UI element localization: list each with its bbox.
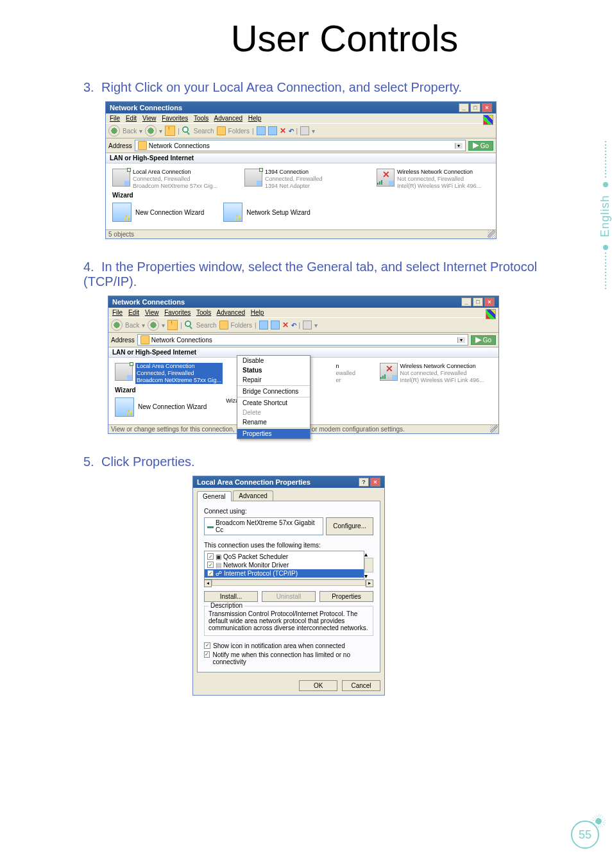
search-label: Search (196, 322, 217, 329)
menu-file[interactable]: File (110, 115, 120, 122)
conn-local[interactable]: Local Area ConnectionConnected, Firewall… (112, 169, 225, 189)
menu-view[interactable]: View (145, 309, 159, 316)
ctx-bridge[interactable]: Bridge Connections (237, 387, 310, 396)
forward-icon[interactable] (148, 319, 159, 331)
ok-button[interactable]: OK (299, 680, 337, 691)
move-icon[interactable] (257, 126, 266, 135)
go-button[interactable]: Go (471, 335, 496, 345)
delete-icon[interactable]: ✕ (282, 321, 289, 330)
install-button[interactable]: Install... (204, 591, 258, 602)
menu-edit[interactable]: Edit (126, 115, 137, 122)
content: Local Area ConnectionConnected, Firewall… (108, 358, 498, 424)
ctx-properties[interactable]: Properties (237, 429, 310, 438)
menu-favorites[interactable]: Favorites (164, 309, 191, 316)
wiz-label: New Connection Wizard (135, 209, 204, 216)
close-icon[interactable]: × (484, 297, 495, 306)
scroll-right-icon[interactable]: ▸ (366, 580, 373, 587)
conn-name: 1394 Connection (265, 169, 323, 176)
back-icon[interactable] (108, 125, 120, 137)
delete-icon[interactable]: ✕ (280, 126, 286, 135)
back-label: Back (125, 322, 139, 329)
item-qos[interactable]: ▣QoS Packet Scheduler (205, 553, 364, 561)
minimize-icon[interactable]: _ (459, 103, 469, 112)
undo-icon[interactable]: ↶ (289, 128, 294, 135)
undo-icon[interactable]: ↶ (291, 322, 296, 329)
section-header: LAN or High-Speed Internet (106, 153, 496, 163)
maximize-icon[interactable]: □ (470, 103, 480, 112)
forward-icon[interactable] (145, 125, 157, 137)
resize-grip-icon[interactable] (488, 230, 495, 238)
cancel-button[interactable]: Cancel (342, 680, 380, 691)
menu-help[interactable]: Help (251, 309, 264, 316)
ctx-shortcut[interactable]: Create Shortcut (237, 398, 310, 408)
scroll-down-icon[interactable]: ▾ (364, 572, 373, 580)
go-button[interactable]: Go (468, 141, 493, 151)
wireless-icon: ✕ (377, 169, 395, 187)
move-icon[interactable] (259, 321, 268, 330)
conn-device: Broadcom NetXtreme 57xx Gig... (133, 183, 217, 190)
configure-button[interactable]: Configure... (326, 517, 373, 535)
items-listbox[interactable]: ▣QoS Packet Scheduler ▤Network Monitor D… (204, 551, 364, 580)
search-icon[interactable] (185, 321, 194, 330)
conn-device: Intel(R) Wireless WiFi Link 496... (397, 183, 481, 190)
menu-advanced[interactable]: Advanced (217, 309, 245, 316)
menu-edit[interactable]: Edit (128, 309, 139, 316)
go-arrow-icon (473, 142, 479, 149)
conn-1394[interactable]: 1394 ConnectionConnected, Firewalled1394… (244, 169, 357, 189)
back-icon[interactable] (111, 319, 123, 331)
conn-wireless[interactable]: ✕ Wireless Network ConnectionNot connect… (380, 363, 492, 383)
resize-grip-icon[interactable] (490, 425, 498, 433)
checkbox-icon[interactable] (207, 562, 214, 568)
item-monitor[interactable]: ▤Network Monitor Driver (205, 561, 364, 569)
up-icon[interactable] (167, 320, 178, 330)
go-arrow-icon (475, 337, 482, 343)
address-dropdown-icon[interactable]: ▾ (457, 337, 465, 343)
menu-help[interactable]: Help (248, 115, 262, 122)
folders-icon[interactable] (217, 126, 226, 135)
address-input[interactable]: Network Connections ▾ (137, 334, 468, 346)
h-scrollbar[interactable]: ◂ ▸ (204, 580, 373, 587)
conn-local[interactable]: Local Area ConnectionConnected, Firewall… (115, 363, 227, 383)
menu-tools[interactable]: Tools (194, 115, 208, 122)
address-input[interactable]: Network Connections ▾ (135, 140, 466, 151)
content: Local Area ConnectionConnected, Firewall… (106, 163, 496, 230)
maximize-icon[interactable]: □ (473, 297, 483, 306)
decoration-icon (591, 814, 606, 828)
menu-view[interactable]: View (142, 115, 157, 122)
checkbox-show-icon[interactable] (204, 642, 210, 649)
scroll-left-icon[interactable]: ◂ (204, 580, 212, 587)
menu-file[interactable]: File (112, 309, 123, 316)
item-tcpip[interactable]: ☍Internet Protocol (TCP/IP) (205, 569, 364, 578)
menu-advanced[interactable]: Advanced (214, 115, 242, 122)
menu-favorites[interactable]: Favorites (162, 115, 188, 122)
checkbox-icon[interactable] (207, 553, 214, 560)
scrollbar[interactable] (364, 558, 373, 572)
wiz-network-setup[interactable]: Network Setup Wizard (223, 203, 310, 222)
tab-general[interactable]: General (197, 491, 232, 501)
up-icon[interactable] (165, 126, 175, 136)
copy-icon[interactable] (268, 126, 277, 135)
wiz-new-connection[interactable]: New Connection Wizard (112, 203, 204, 222)
search-icon[interactable] (182, 126, 191, 135)
views-icon[interactable] (303, 321, 312, 330)
help-icon[interactable]: ? (359, 478, 369, 487)
close-icon[interactable]: × (482, 103, 492, 112)
folders-icon[interactable] (219, 321, 228, 330)
conn-wireless[interactable]: ✕ Wireless Network ConnectionNot connect… (377, 169, 489, 189)
wiz-new-connection[interactable]: New Connection Wizard (115, 397, 207, 417)
minimize-icon[interactable]: _ (461, 297, 472, 306)
ctx-disable[interactable]: Disable (237, 356, 310, 365)
ctx-rename[interactable]: Rename (237, 417, 310, 427)
copy-icon[interactable] (271, 321, 280, 330)
scroll-up-icon[interactable]: ▴ (364, 551, 373, 558)
ctx-status[interactable]: Status (237, 365, 310, 375)
close-icon[interactable]: × (370, 478, 380, 487)
menu-tools[interactable]: Tools (196, 309, 211, 316)
tab-advanced[interactable]: Advanced (233, 490, 273, 501)
views-icon[interactable] (300, 126, 309, 135)
checkbox-icon[interactable] (207, 570, 214, 576)
properties-button[interactable]: Properties (319, 591, 373, 602)
checkbox-notify[interactable] (204, 651, 210, 658)
address-dropdown-icon[interactable]: ▾ (455, 143, 463, 149)
ctx-repair[interactable]: Repair (237, 375, 310, 385)
